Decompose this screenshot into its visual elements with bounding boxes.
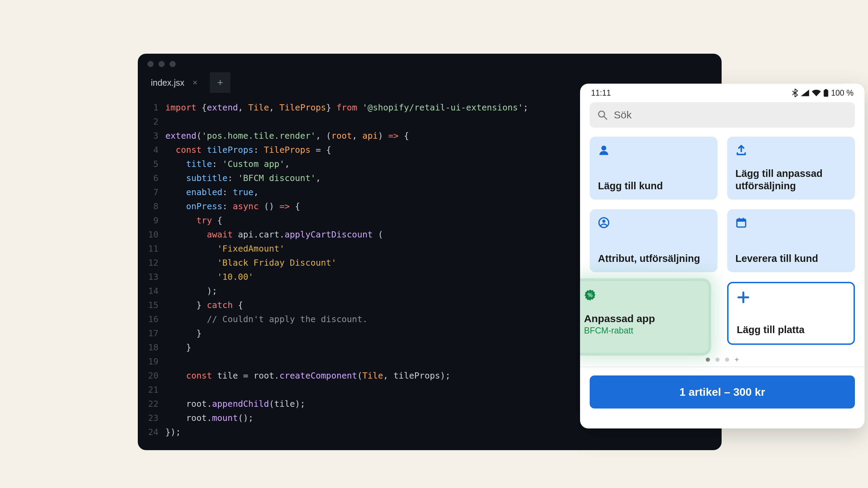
- pager-dot[interactable]: [715, 358, 720, 362]
- plus-icon: [737, 291, 750, 304]
- tile-label: Lägg till anpassad utförsäljning: [735, 167, 847, 192]
- tile-attribute-sale[interactable]: Attribut, utförsäljning: [590, 209, 717, 272]
- traffic-light-minimize-icon[interactable]: [158, 61, 165, 67]
- tile-label: Attribut, utförsäljning: [598, 252, 709, 265]
- code-content: import {extend, Tile, TileProps} from '@…: [165, 100, 528, 439]
- battery-icon: [824, 89, 828, 97]
- status-indicators: 100 %: [792, 88, 854, 98]
- tile-custom-app[interactable]: % Anpassad app BFCM-rabatt: [580, 281, 708, 353]
- tile-deliver-to-customer[interactable]: Leverera till kund: [727, 209, 855, 272]
- traffic-light-close-icon[interactable]: [147, 61, 154, 67]
- tile-add-custom-sale[interactable]: Lägg till anpassad utförsäljning: [727, 137, 855, 200]
- traffic-light-zoom-icon[interactable]: [169, 61, 176, 67]
- cellular-signal-icon: [801, 89, 809, 96]
- tile-label: Lägg till kund: [598, 180, 709, 192]
- checkout-label: 1 artikel – 300 kr: [679, 386, 765, 399]
- battery-percentage: 100 %: [831, 88, 854, 98]
- bluetooth-icon: [792, 89, 798, 97]
- svg-rect-0: [824, 90, 828, 97]
- search-icon: [597, 110, 608, 120]
- search-placeholder: Sök: [614, 109, 632, 121]
- person-icon: [598, 144, 610, 156]
- editor-tab-label: index.jsx: [151, 78, 184, 88]
- wifi-icon: [812, 89, 821, 96]
- status-bar: 11:11 100 %: [580, 84, 865, 102]
- tile-grid: Lägg till kund Lägg till anpassad utförs…: [580, 137, 865, 351]
- line-number-gutter: 123456789101112131415161718192021222324: [138, 100, 165, 439]
- checkout-bar: 1 artikel – 300 kr: [580, 367, 865, 418]
- tile-label: Lägg till platta: [737, 323, 845, 336]
- svg-point-4: [601, 146, 606, 150]
- editor-tab-index-jsx[interactable]: index.jsx ×: [141, 72, 207, 93]
- pager-dot-active[interactable]: [706, 358, 710, 362]
- user-circle-icon: [598, 217, 610, 229]
- pos-device-frame: 11:11 100 % Sök Lägg till kund: [580, 84, 865, 428]
- pager-dot[interactable]: [725, 358, 729, 362]
- discount-badge-icon: %: [584, 289, 596, 301]
- plus-icon: +: [217, 77, 224, 88]
- status-time: 11:11: [591, 88, 611, 98]
- upload-icon: [735, 144, 747, 156]
- pager-add-page-icon[interactable]: +: [735, 358, 739, 362]
- new-tab-button[interactable]: +: [210, 72, 230, 93]
- tile-subtitle: BFCM-rabatt: [584, 326, 700, 336]
- page-indicator: +: [580, 358, 865, 362]
- svg-rect-1: [825, 89, 827, 90]
- window-titlebar: [138, 54, 722, 66]
- checkout-button[interactable]: 1 artikel – 300 kr: [590, 375, 855, 409]
- svg-text:%: %: [588, 292, 592, 298]
- svg-rect-8: [737, 219, 746, 222]
- svg-point-6: [602, 220, 605, 223]
- svg-line-3: [604, 116, 607, 119]
- search-input[interactable]: Sök: [590, 102, 855, 128]
- calendar-icon: [735, 217, 747, 229]
- tile-add-customer[interactable]: Lägg till kund: [590, 137, 717, 200]
- tile-label: Anpassad app: [584, 312, 700, 325]
- close-tab-icon[interactable]: ×: [193, 78, 197, 87]
- tile-add-tile[interactable]: Lägg till platta: [727, 282, 855, 345]
- tile-label: Leverera till kund: [735, 252, 847, 265]
